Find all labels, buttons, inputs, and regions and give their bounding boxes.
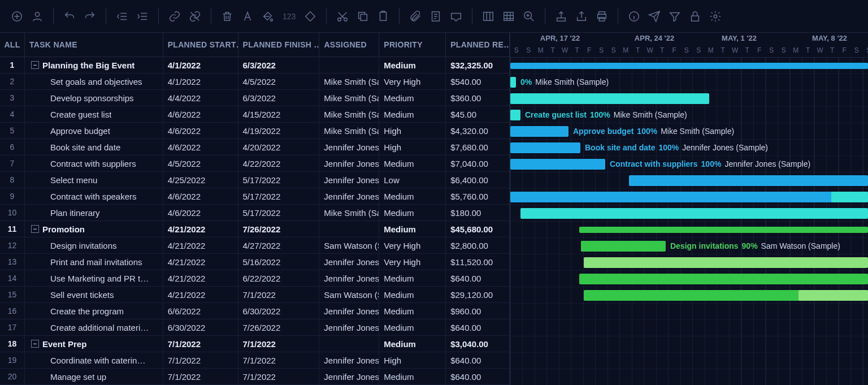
cell-priority[interactable]: Medium (379, 90, 446, 106)
cell-assigned[interactable] (319, 336, 379, 352)
export-icon[interactable] (552, 7, 570, 25)
gantt-bar[interactable] (584, 257, 868, 268)
row-index[interactable]: 17 (0, 319, 25, 335)
cell-assigned[interactable]: Jennifer Jones (319, 188, 379, 204)
cell-priority[interactable]: High (379, 139, 446, 155)
comment-icon[interactable] (447, 7, 465, 25)
gantt-bar[interactable] (579, 227, 868, 233)
unlink-icon[interactable] (186, 7, 204, 25)
user-icon[interactable] (28, 7, 46, 25)
cell-finish[interactable]: 5/17/2022 (238, 172, 320, 188)
cell-finish[interactable]: 5/16/2022 (238, 254, 320, 270)
gantt-bar[interactable]: Approve budget100%Mike Smith (Sample) (510, 126, 568, 137)
cell-resources[interactable]: $32,325.00 (446, 57, 510, 73)
table-row[interactable]: 19Coordinate with caterin…7/1/20227/1/20… (0, 352, 510, 369)
table-row[interactable]: 8Select menu4/25/20225/17/2022Jennifer J… (0, 172, 510, 188)
col-header-finish[interactable]: PLANNED FINISH … (238, 33, 320, 57)
undo-icon[interactable] (60, 7, 79, 25)
cell-start[interactable]: 4/1/2022 (163, 73, 238, 89)
gantt-bar[interactable]: Book site and date100%Jennifer Jones (Sa… (510, 142, 580, 153)
cell-name[interactable]: Design invitations (25, 237, 163, 253)
cell-finish[interactable]: 5/17/2022 (238, 205, 320, 220)
cell-start[interactable]: 4/1/2022 (163, 57, 238, 73)
row-index[interactable]: 19 (0, 352, 25, 368)
cell-start[interactable]: 4/6/2022 (163, 188, 238, 204)
cell-assigned[interactable]: Jennifer Jones (319, 369, 379, 384)
cell-assigned[interactable]: Jennifer Jones (319, 172, 379, 188)
table-row[interactable]: 7Contract with suppliers4/5/20224/22/202… (0, 155, 510, 172)
print-icon[interactable] (593, 7, 611, 25)
cell-name[interactable]: −Promotion (25, 221, 163, 237)
collapse-icon[interactable]: − (31, 340, 39, 348)
gantt-bar[interactable] (629, 175, 868, 186)
col-header-resources[interactable]: PLANNED RE… (446, 33, 510, 57)
col-header-idx[interactable]: ALL (0, 33, 25, 57)
table-row[interactable]: 17Create additional materi…6/30/20227/26… (0, 319, 510, 336)
table-icon[interactable] (500, 7, 518, 25)
cell-priority[interactable]: Low (379, 172, 446, 188)
cell-finish[interactable]: 4/22/2022 (238, 155, 320, 171)
gantt-bar[interactable]: Contract with suppliers100%Jennifer Jone… (510, 159, 605, 170)
row-index[interactable]: 4 (0, 106, 25, 122)
cell-assigned[interactable]: Mike Smith (Sa (319, 73, 379, 89)
cell-finish[interactable]: 6/30/2022 (238, 303, 320, 319)
cell-resources[interactable]: $4,320.00 (446, 123, 510, 139)
cell-start[interactable]: 4/5/2022 (163, 155, 238, 171)
cell-finish[interactable]: 7/1/2022 (238, 287, 320, 302)
cut-icon[interactable] (333, 7, 351, 25)
row-index[interactable]: 20 (0, 369, 25, 384)
settings-icon[interactable] (706, 7, 724, 25)
row-index[interactable]: 16 (0, 303, 25, 319)
row-index[interactable]: 5 (0, 123, 25, 139)
gantt-bar[interactable]: Create guest list100%Mike Smith (Sample) (510, 110, 520, 120)
cell-priority[interactable]: Medium (379, 221, 446, 237)
cell-assigned[interactable]: Mike Smith (Sa (319, 205, 379, 220)
row-index[interactable]: 7 (0, 155, 25, 171)
cell-start[interactable]: 4/6/2022 (163, 139, 238, 155)
gantt-bar[interactable] (510, 63, 868, 69)
cell-start[interactable]: 4/4/2022 (163, 90, 238, 106)
trash-icon[interactable] (218, 7, 236, 25)
gantt-bar[interactable] (520, 208, 868, 219)
cell-assigned[interactable]: Jennifer Jones (319, 270, 379, 286)
columns-icon[interactable] (479, 7, 497, 25)
cell-assigned[interactable]: Mike Smith (Sa (319, 106, 379, 122)
cell-name[interactable]: Contract with suppliers (25, 155, 163, 171)
row-index[interactable]: 6 (0, 139, 25, 155)
cell-name[interactable]: Book site and date (25, 139, 163, 155)
cell-finish[interactable]: 4/15/2022 (238, 106, 320, 122)
row-index[interactable]: 10 (0, 205, 25, 220)
row-index[interactable]: 13 (0, 254, 25, 270)
cell-priority[interactable]: Medium (379, 319, 446, 335)
cell-assigned[interactable]: Jennifer Jones (319, 319, 379, 335)
cell-resources[interactable]: $5,760.00 (446, 188, 510, 204)
table-row[interactable]: 18−Event Prep7/1/20227/1/2022Medium$3,04… (0, 336, 510, 352)
cell-priority[interactable]: Medium (379, 155, 446, 171)
cell-start[interactable]: 7/1/2022 (163, 336, 238, 352)
cell-resources[interactable]: $29,120.00 (446, 287, 510, 302)
cell-start[interactable]: 4/21/2022 (163, 254, 238, 270)
cell-name[interactable]: Contract with speakers (25, 188, 163, 204)
table-row[interactable]: 5Approve budget4/6/20224/19/2022Mike Smi… (0, 123, 510, 139)
share-icon[interactable] (572, 7, 591, 25)
cell-priority[interactable]: Medium (379, 336, 446, 352)
cell-priority[interactable]: Medium (379, 188, 446, 204)
attach-icon[interactable] (406, 7, 424, 25)
table-row[interactable]: 4Create guest list4/6/20224/15/2022Mike … (0, 106, 510, 123)
filter-icon[interactable] (666, 7, 684, 25)
cell-resources[interactable]: $640.00 (446, 352, 510, 368)
cell-start[interactable]: 6/6/2022 (163, 303, 238, 319)
cell-start[interactable]: 4/21/2022 (163, 270, 238, 286)
cell-finish[interactable]: 6/3/2022 (238, 90, 320, 106)
cell-start[interactable]: 4/21/2022 (163, 221, 238, 237)
cell-resources[interactable]: $11,520.00 (446, 254, 510, 270)
cell-name[interactable]: Use Marketing and PR t… (25, 270, 163, 286)
cell-name[interactable]: Create additional materi… (25, 319, 163, 335)
cell-assigned[interactable]: Mike Smith (Sa (319, 123, 379, 139)
cell-priority[interactable]: Very High (379, 237, 446, 253)
cell-name[interactable]: Coordinate with caterin… (25, 352, 163, 368)
row-index[interactable]: 9 (0, 188, 25, 204)
timeline-body[interactable]: 0%Mike Smith (Sample)Create guest list10… (510, 58, 868, 385)
cell-name[interactable]: −Planning the Big Event (25, 57, 163, 73)
cell-priority[interactable]: Medium (379, 369, 446, 384)
